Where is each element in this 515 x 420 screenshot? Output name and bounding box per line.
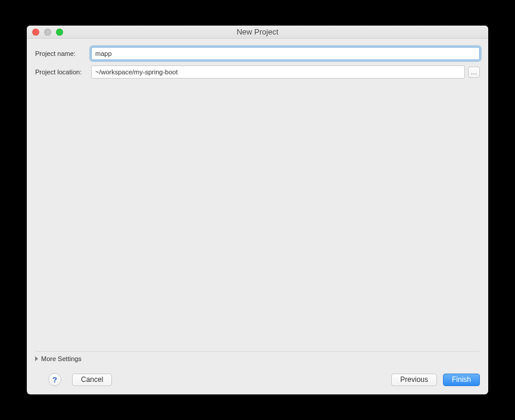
disclosure-right-icon <box>35 356 38 361</box>
previous-button[interactable]: Previous <box>391 374 437 386</box>
minimize-icon <box>44 29 51 36</box>
project-name-input[interactable] <box>91 47 480 60</box>
project-name-row: Project name: <box>35 47 480 60</box>
project-location-label: Project location: <box>35 68 91 76</box>
project-location-row: Project location: … <box>35 65 480 79</box>
dialog-content: Project name: Project location: … More S… <box>27 39 488 366</box>
project-location-input[interactable] <box>91 65 465 79</box>
close-icon[interactable] <box>32 29 39 36</box>
project-name-label: Project name: <box>35 50 91 57</box>
zoom-icon[interactable] <box>56 29 63 36</box>
window-title: New Project <box>27 27 488 36</box>
window-controls <box>32 29 63 36</box>
dialog-window: New Project Project name: Project locati… <box>27 26 488 394</box>
cancel-button[interactable]: Cancel <box>72 374 112 386</box>
dialog-footer: ? Cancel Previous Finish <box>27 366 488 394</box>
content-spacer <box>35 84 480 351</box>
titlebar: New Project <box>27 26 488 39</box>
more-settings-toggle[interactable]: More Settings <box>35 351 480 366</box>
browse-button[interactable]: … <box>468 67 480 78</box>
more-settings-label: More Settings <box>41 355 82 362</box>
finish-button[interactable]: Finish <box>443 374 480 386</box>
help-button[interactable]: ? <box>48 373 61 386</box>
